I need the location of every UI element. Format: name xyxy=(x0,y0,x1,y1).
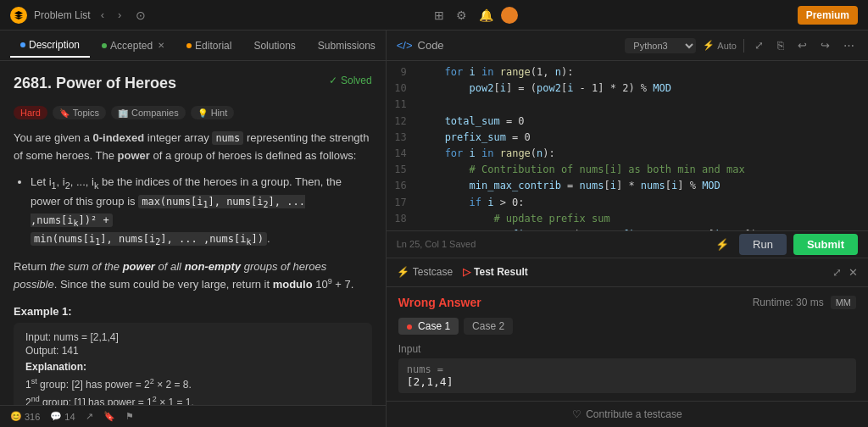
code-line-9: for i in range(1, n): xyxy=(420,64,861,80)
comments-button[interactable]: 💬 14 xyxy=(50,411,75,422)
settings-icon[interactable]: ⚙ xyxy=(452,7,471,24)
example-1: Example 1: Input: nums = [2,1,4] Output:… xyxy=(14,305,372,405)
avatar xyxy=(501,7,518,24)
code-line-11 xyxy=(420,97,861,113)
tab-description-label: Description xyxy=(29,39,80,51)
tag-companies[interactable]: 🏢 Companies xyxy=(111,106,186,119)
runtime-info: Runtime: 30 ms xyxy=(753,297,824,308)
testcase-content: Wrong Answer Runtime: 30 ms MM Case 1 Ca… xyxy=(387,287,868,402)
code-line-14: for i in range(n): xyxy=(420,146,861,162)
more-icon[interactable]: ⋯ xyxy=(840,37,858,53)
fullscreen-icon[interactable]: ⤢ xyxy=(751,37,767,53)
console-icon[interactable]: ⚡ xyxy=(712,236,732,252)
contribute-row: ♡ Contribute a testcase xyxy=(387,401,868,427)
auto-button[interactable]: ⚡ Auto xyxy=(703,40,737,51)
topbar-center: ⊞ ⚙ 🔔 xyxy=(430,7,518,24)
tabs-bar: Description Accepted ✕ Editorial Solutio… xyxy=(0,30,386,61)
problem-content: 2681. Power of Heroes ✓ Solved Hard 🔖 To… xyxy=(0,61,386,405)
share-button[interactable]: ↗ xyxy=(86,411,93,422)
input-value: [2,1,4] xyxy=(407,375,848,388)
bookmark-button[interactable]: 🔖 xyxy=(103,411,115,422)
contribute-button[interactable]: ♡ Contribute a testcase xyxy=(572,408,682,420)
tags-row: Hard 🔖 Topics 🏢 Companies 💡 Hint xyxy=(14,106,372,119)
code-footer: Ln 25, Col 1 Saved ⚡ Run Submit xyxy=(387,230,868,258)
solved-badge: ✓ Solved xyxy=(329,75,372,86)
code-text[interactable]: for i in range(1, n): pow2[i] = (pow2[i … xyxy=(414,61,868,230)
redo-icon[interactable]: ↪ xyxy=(817,37,833,53)
tab-dot-editorial xyxy=(186,43,192,48)
premium-button[interactable]: Premium xyxy=(798,6,858,25)
code-title: </> Code xyxy=(397,39,444,52)
testcase-panel: ⚡ Testcase ▷ Test Result ⤢ ✕ Wrong Answe… xyxy=(387,258,868,428)
return-note: Return the sum of the power of all non-e… xyxy=(14,258,372,295)
code-editor[interactable]: 910111213 1415161718 1920212223 2425 for… xyxy=(387,61,868,230)
case-2-tab[interactable]: Case 2 xyxy=(464,318,513,335)
tab-editorial-label: Editorial xyxy=(195,40,231,52)
code-actions: Python3 JavaScript Java C++ ⚡ Auto ⤢ ⎘ ↩… xyxy=(625,37,858,53)
case-1-tab[interactable]: Case 1 xyxy=(398,318,459,335)
copy-icon[interactable]: ⎘ xyxy=(774,37,787,53)
input-field: nums = [2,1,4] xyxy=(398,358,856,393)
tag-topics[interactable]: 🔖 Topics xyxy=(53,106,106,119)
tab-submissions-label: Submissions xyxy=(318,40,376,52)
bell-icon[interactable]: 🔔 xyxy=(475,7,498,24)
submit-button[interactable]: Submit xyxy=(793,234,858,255)
test-result-icon: ▷ xyxy=(463,266,470,278)
problem-title: 2681. Power of Heroes xyxy=(14,75,176,92)
divider xyxy=(743,39,744,53)
language-selector[interactable]: Python3 JavaScript Java C++ xyxy=(625,38,696,53)
topbar: Problem List ‹ › ⊙ ⊞ ⚙ 🔔 Premium xyxy=(0,0,868,30)
bullet-item-1: Let i1, i2, ..., ik be the indices of th… xyxy=(31,174,372,250)
nav-back-button[interactable]: ‹ xyxy=(97,7,108,23)
auto-icon: ⚡ xyxy=(703,40,715,51)
logo-icon xyxy=(10,7,27,24)
code-line-10: pow2[i] = (pow2[i - 1] * 2) % MOD xyxy=(420,80,861,97)
tab-editorial[interactable]: Editorial xyxy=(176,35,242,57)
footer-actions: ⚡ Run Submit xyxy=(712,234,858,255)
case-tabs: Case 1 Case 2 xyxy=(398,318,856,335)
input-var: nums = xyxy=(407,363,848,375)
code-area: 910111213 1415161718 1920212223 2425 for… xyxy=(387,61,868,230)
verdict-badge: Wrong Answer xyxy=(398,296,481,309)
close-testcase-button[interactable]: ✕ xyxy=(849,266,858,279)
left-panel: Description Accepted ✕ Editorial Solutio… xyxy=(0,30,387,427)
code-line-16: min_max_contrib = nums[i] * nums[i] % MO… xyxy=(420,178,861,194)
tab-accepted[interactable]: Accepted ✕ xyxy=(92,35,175,57)
tab-submissions[interactable]: Submissions xyxy=(308,35,386,57)
code-line-18: # update prefix sum xyxy=(420,211,861,227)
left-bottom: 😊 316 💬 14 ↗ 🔖 ⚑ xyxy=(0,405,386,427)
tab-solutions[interactable]: Solutions xyxy=(243,35,305,57)
heart-icon: ♡ xyxy=(572,408,581,420)
testcase-tabs: ⚡ Testcase ▷ Test Result xyxy=(397,266,528,278)
bullet-list: Let i1, i2, ..., ik be the indices of th… xyxy=(14,174,372,250)
testcase-actions: ⤢ ✕ xyxy=(832,266,858,279)
tab-dot-description xyxy=(20,42,25,47)
report-button[interactable]: ⚑ xyxy=(125,411,134,422)
tag-hard[interactable]: Hard xyxy=(14,106,47,119)
tab-test-result[interactable]: ▷ Test Result xyxy=(463,266,528,278)
reactions-button[interactable]: 😊 316 xyxy=(10,411,40,422)
tab-testcase[interactable]: ⚡ Testcase xyxy=(397,266,453,278)
problem-description: You are given a 0-indexed integer array … xyxy=(14,130,372,165)
tab-accepted-close[interactable]: ✕ xyxy=(158,41,164,50)
line-numbers: 910111213 1415161718 1920212223 2425 xyxy=(387,61,414,230)
run-button[interactable]: Run xyxy=(739,234,787,255)
undo-icon[interactable]: ↩ xyxy=(794,37,810,53)
verdict-row: Wrong Answer Runtime: 30 ms MM xyxy=(398,296,856,309)
tag-hint[interactable]: 💡 Hint xyxy=(191,106,235,119)
problem-list-label[interactable]: Problem List xyxy=(34,9,91,21)
share-icon[interactable]: ⊙ xyxy=(131,7,150,24)
code-header: </> Code Python3 JavaScript Java C++ ⚡ A… xyxy=(387,30,868,61)
code-line-15: # Contribution of nums[i] as both min an… xyxy=(420,162,861,178)
nav-forward-button[interactable]: › xyxy=(114,7,125,23)
expand-testcase-button[interactable]: ⤢ xyxy=(832,266,842,279)
topbar-right: Premium xyxy=(798,6,858,25)
code-line-12: total_sum = 0 xyxy=(420,114,861,130)
grid-icon[interactable]: ⊞ xyxy=(430,7,448,24)
status-line: Ln 25, Col 1 Saved xyxy=(397,239,476,249)
code-bracket-icon: </> xyxy=(397,39,413,52)
mm-badge: MM xyxy=(831,296,856,309)
tab-description[interactable]: Description xyxy=(10,34,90,58)
example-1-title: Example 1: xyxy=(14,305,372,318)
code-line-17: if i > 0: xyxy=(420,195,861,211)
